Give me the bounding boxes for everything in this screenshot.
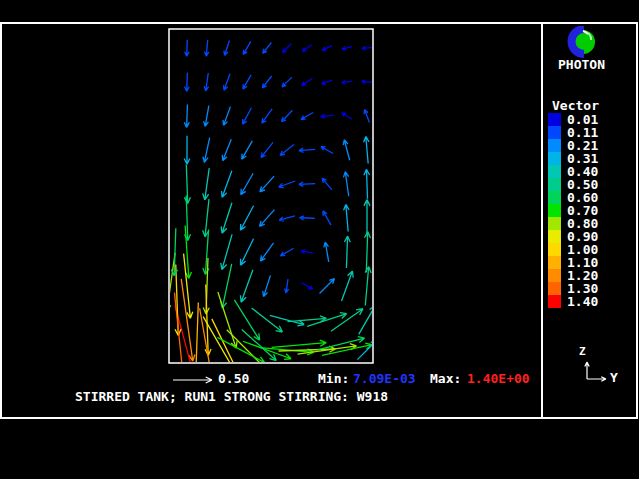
vector-arrow	[184, 105, 189, 128]
vector-arrow	[262, 76, 271, 88]
vector-arrow	[185, 226, 191, 279]
axis-z-arrow	[585, 362, 589, 379]
vector-arrow	[222, 139, 231, 160]
vector-arrow	[203, 168, 210, 200]
vector-arrow	[343, 172, 348, 197]
vector-arrow	[240, 270, 252, 302]
vector-arrow	[364, 200, 370, 237]
vector-arrow	[240, 206, 253, 231]
legend-title: Vector	[552, 99, 599, 112]
vector-arrow	[243, 75, 251, 89]
min-value: 7.09E-03	[353, 372, 416, 385]
vector-arrow	[185, 40, 189, 56]
vector-arrow	[243, 108, 252, 125]
vector-arrows	[165, 40, 377, 395]
legend-swatch	[548, 256, 561, 269]
legend-swatch	[548, 139, 561, 152]
vector-arrow	[242, 141, 253, 159]
vector-arrow	[280, 145, 294, 156]
vector-arrow	[221, 264, 232, 308]
vector-arrow	[342, 271, 354, 301]
legend-swatch	[548, 113, 561, 126]
axis-y-label: Y	[610, 371, 618, 384]
vector-arrow	[342, 113, 353, 119]
vector-arrow	[344, 204, 349, 231]
vector-arrow	[299, 182, 315, 186]
legend-swatch	[548, 295, 561, 308]
vector-arrow	[299, 148, 315, 152]
vector-arrow	[280, 248, 293, 256]
vector-arrow	[260, 210, 275, 227]
vector-arrow	[364, 232, 370, 273]
vector-arrow	[320, 279, 335, 294]
vector-arrow	[322, 80, 333, 84]
photon-logo-icon	[558, 26, 602, 58]
vector-arrow	[282, 43, 291, 52]
photon-logo-label: PHOTON	[558, 58, 605, 71]
vector-arrow	[299, 216, 314, 220]
vector-arrow	[204, 73, 208, 91]
legend-swatch	[548, 243, 561, 256]
vector-arrow	[165, 253, 175, 311]
vector-arrow	[272, 340, 327, 347]
vector-arrow	[282, 110, 293, 121]
scale-value-label: 0.50	[218, 372, 249, 385]
vector-arrow	[203, 138, 210, 163]
vector-arrow	[362, 46, 372, 50]
vector-arrow	[301, 113, 313, 120]
vector-arrow	[174, 293, 185, 380]
vector-arrow	[364, 109, 369, 122]
vector-arrow	[301, 250, 313, 254]
vector-arrow	[287, 316, 326, 322]
vector-arrow	[184, 164, 190, 203]
legend-swatch	[548, 217, 561, 230]
vector-arrow	[322, 46, 332, 51]
vector-arrow	[205, 40, 209, 56]
vector-arrow	[243, 41, 251, 54]
vector-arrow	[279, 181, 296, 188]
vector-arrow	[301, 283, 312, 289]
vector-arrow	[260, 176, 274, 192]
vector-arrow	[223, 107, 230, 126]
vector-arrow	[263, 42, 272, 53]
vector-arrow	[261, 142, 273, 157]
legend-swatch	[548, 230, 561, 243]
vector-arrow	[364, 169, 370, 199]
vector-arrow	[263, 275, 271, 296]
legend-value: 1.40	[567, 295, 598, 308]
max-value: 1.40E+00	[467, 372, 530, 385]
photon-app-window: { "window": { "background_color": "#0000…	[0, 0, 639, 479]
vector-arrow	[185, 73, 190, 92]
vector-arrow	[262, 109, 272, 123]
legend-swatch	[548, 191, 561, 204]
vector-arrow	[260, 243, 273, 261]
vector-arrow	[344, 236, 350, 268]
axis-z-label: Z	[579, 346, 586, 357]
vector-arrow	[342, 47, 352, 51]
legend-swatch	[548, 126, 561, 139]
vector-arrow	[241, 173, 253, 194]
plot-title: STIRRED TANK; RUN1 STRONG STIRRING: W918	[75, 390, 388, 403]
legend-swatch	[548, 282, 561, 295]
legend-swatch	[548, 204, 561, 217]
vector-arrow	[227, 330, 267, 370]
vector-arrow	[221, 234, 232, 269]
vector-arrow	[193, 302, 199, 377]
vector-arrow	[343, 140, 350, 160]
legend-swatch	[548, 152, 561, 165]
vector-arrow	[321, 114, 334, 118]
vector-arrow	[241, 239, 254, 266]
vector-arrow	[204, 106, 209, 127]
vector-arrow	[252, 308, 283, 332]
axis-y-arrow	[587, 377, 606, 382]
vector-arrow	[302, 45, 312, 52]
vector-arrow	[221, 171, 231, 198]
vector-arrow	[285, 279, 289, 293]
min-label: Min:	[318, 372, 349, 385]
vector-plot-area[interactable]	[0, 0, 639, 479]
vector-arrow	[221, 203, 232, 233]
scale-arrow	[173, 377, 212, 383]
vector-arrow	[342, 80, 353, 84]
vector-arrow	[323, 211, 331, 225]
vector-arrow	[302, 78, 313, 85]
